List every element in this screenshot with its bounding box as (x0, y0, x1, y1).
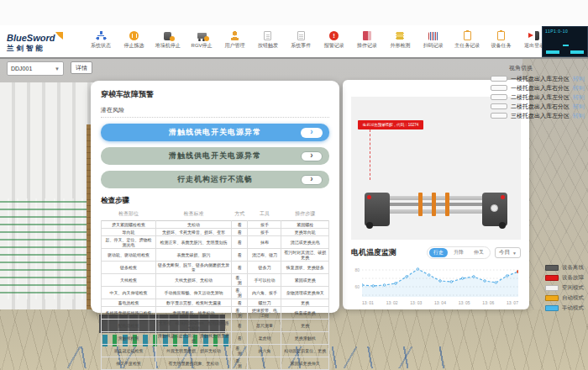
table-row: 链条检查链条无断裂、脱节、链条内侧磨损无异常看链条刀恢复原状、更换链条 (102, 262, 329, 274)
toolbar-item-clipboard[interactable]: 设备任务 (490, 31, 513, 50)
table-cell: 驱动轮、驱动轮组检查 (102, 249, 156, 262)
x-axis-tick-label: 13: 02 (386, 300, 398, 305)
goto-link[interactable]: 转到 (573, 84, 585, 92)
table-cell: 伸叉平度检查 (102, 357, 156, 370)
table-cell: 手动推应顺畅、伸叉运动无异响 (155, 287, 231, 299)
table-cell (248, 357, 281, 370)
document-icon (264, 31, 271, 40)
car-rung (432, 193, 436, 216)
toolbar-item-label: 扫码记录 (423, 42, 444, 50)
risk-button[interactable]: 滑触线供电开关电源异常› (101, 147, 329, 165)
chart-tab[interactable]: 升降 (449, 248, 468, 257)
column-header: 工具 (248, 209, 281, 221)
view-thumbnail[interactable] (491, 76, 507, 82)
legend-swatch (545, 275, 559, 281)
table-cell: 扳手 (248, 229, 281, 236)
table-cell: 滑触线进口处无开口、滑触线无明显磨损 (155, 332, 231, 345)
risk-detail-pill[interactable]: › (301, 128, 323, 138)
table-cell: 清洁布、锉刀 (248, 249, 281, 262)
risk-detail-pill[interactable]: › (301, 175, 323, 185)
toolbar-item-label: 按钮触发 (258, 42, 278, 50)
table-row: 天线检查天线无损坏、无松动看、测手可以拉动紧固或更换 (102, 274, 329, 287)
risk-button-label: 行走机构运行不流畅 (101, 174, 329, 185)
chart-tab-group: 行走升降伸叉 (427, 246, 491, 259)
view-thumbnail[interactable] (491, 94, 507, 100)
toolbar-item-document[interactable]: 按钮触发 (256, 31, 280, 50)
y-axis-tick-label: 60 (351, 284, 360, 289)
risk-detail-pill[interactable]: › (301, 151, 323, 161)
table-row: 各线路无损坏线路口检查无明显断股、线无松动看、测绝缘胶带、电工钳恢复或更换 (102, 307, 329, 320)
x-axis-tick-label: 13: 06 (482, 300, 494, 305)
table-cell: 外观无明显磨损、损坏无松动 (155, 345, 231, 357)
legend-label: 设备故障 (562, 274, 584, 282)
risk-list: 滑触线供电开关电源异常›滑触线供电开关电源异常›行走机构运行不流畅› (101, 124, 329, 188)
car-endblock (482, 193, 507, 226)
goto-link[interactable]: 转到 (573, 75, 585, 83)
mini-monitor-overlay[interactable]: 11P1:0-10 (542, 26, 588, 57)
goto-link[interactable]: 转到 (573, 112, 585, 120)
table-cell: 紧固或更换 (281, 274, 329, 287)
table-cell: 底盘就近端检查 (102, 345, 156, 357)
column-header: 检查标准 (155, 209, 231, 221)
table-cell: 无形变、模块间隙≥2mm、配电箱线路无松动 (155, 320, 231, 332)
table-cell: 有污时对其清洁、破损更换 (281, 249, 329, 262)
table-cell: 各线路无损坏线路口检查 (102, 307, 156, 320)
toolbar-item-label: 停止拣选 (123, 42, 144, 50)
chart-header-row: 电机温度监测 行走升降伸叉 今日 ▼ (351, 246, 521, 259)
toolbar-item-document[interactable]: 系统事件 (289, 31, 312, 50)
table-cell: 导向轮 (102, 229, 156, 236)
table-cell: 看、测 (232, 345, 248, 357)
goto-link[interactable]: 转到 (573, 103, 585, 111)
chevron-right-icon: › (310, 151, 312, 160)
table-cell: 清洁或更换光电 (281, 236, 329, 249)
device-select[interactable]: DDJ001 ▼ (7, 61, 64, 76)
view-thumbnail[interactable] (491, 113, 507, 119)
table-cell: 看 (232, 236, 248, 249)
column-header: 检查部位 (102, 209, 156, 221)
check-steps-table: 检查部位检查标准方式工具操作步骤 货叉紧固螺栓检查无松动看扳手紧固螺栓导向轮无损… (101, 209, 329, 370)
toolbar-item-logbook[interactable]: 操作记录 (355, 31, 379, 50)
table-cell: 天线检查 (102, 274, 156, 287)
toolbar-item-stacker-stop[interactable]: 堆垛机停止 (155, 32, 181, 50)
main-toolbar: BlueSword 兰剑智能 系统状态停止拣选堆垛机停止RGV停止用户管理按钮触… (0, 25, 588, 59)
toolbar-item-user[interactable]: 用户管理 (223, 31, 247, 50)
legend-label: 自动模式 (562, 294, 584, 302)
toolbar-item-network[interactable]: 系统状态 (89, 31, 113, 50)
details-button[interactable]: 详情 (71, 61, 92, 74)
fault-warning-card: 穿梭车故障预警 潜在风险 滑触线供电开关电源异常›滑触线供电开关电源异常›行走机… (91, 81, 339, 313)
toolbar-item-alert-circle[interactable]: 报警记录 (323, 31, 346, 50)
risk-button[interactable]: 滑触线供电开关电源异常› (101, 124, 329, 141)
column-header: 操作步骤 (281, 209, 329, 221)
view-switch-label: 一楼托盘出入库右分区 (511, 84, 570, 92)
table-cell: 看、测 (232, 357, 248, 370)
car-endblock (365, 193, 390, 226)
chart-tab[interactable]: 行走 (429, 248, 448, 257)
view-thumbnail[interactable] (491, 85, 507, 91)
x-axis-tick-label: 13: 04 (434, 300, 446, 305)
table-row: 滑触线检查滑触线进口处无开口、滑触线无明显磨损看老虎钳更换滑触线 (102, 332, 329, 345)
chart-tab[interactable]: 伸叉 (470, 248, 488, 257)
fault-card-title: 穿梭车故障预警 (101, 89, 329, 100)
car-rail (386, 209, 486, 214)
mini-monitor-dash (563, 45, 569, 46)
toolbar-item-clipboard[interactable]: 主任务记录 (454, 31, 480, 50)
toolbar-item-barcode[interactable]: 扫码记录 (422, 32, 445, 50)
toolbar-item-pause-circle[interactable]: 停止拣选 (122, 31, 145, 50)
view-thumbnail[interactable] (491, 103, 507, 109)
status-led (501, 195, 505, 199)
overheat-annotation: 电机过热预警提醒，代码：10274 (358, 120, 423, 130)
legend-item: 设备离线 (545, 262, 584, 272)
table-cell: 无损坏、卡死无噪音、损坏、变形 (155, 229, 231, 236)
table-cell: 链条刀 (248, 262, 281, 274)
goto-link[interactable]: 转到 (573, 93, 585, 102)
toolbar-item-coins[interactable]: 外形检测 (388, 31, 412, 50)
risk-button[interactable]: 行走机构运行不流畅› (101, 171, 329, 188)
table-cell: 看 (232, 229, 248, 236)
toolbar-item-rgv-stop[interactable]: RGV停止 (190, 33, 213, 50)
logbook-icon (363, 31, 371, 40)
chart-title: 电机温度监测 (351, 247, 423, 258)
legend-label: 设备离线 (562, 264, 584, 272)
date-range-dropdown[interactable]: 今日 ▼ (495, 247, 521, 258)
rgv-stop-icon (197, 33, 207, 39)
table-cell: 链条无断裂、脱节、链条内侧磨损无异常 (155, 262, 231, 274)
